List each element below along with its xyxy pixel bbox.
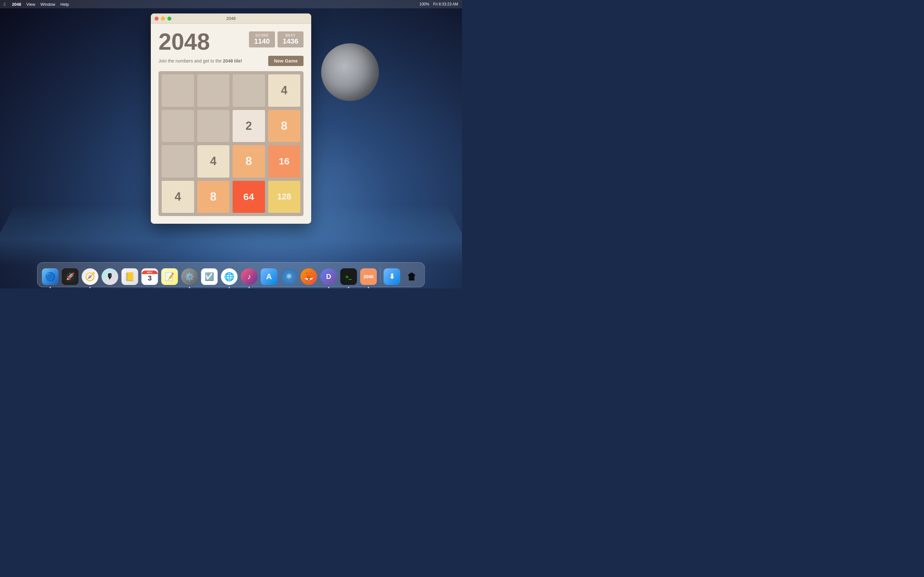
best-value: 1436 (283, 37, 298, 45)
best-label: BEST (283, 33, 298, 37)
subtitle-bold: 2048 tile! (223, 58, 242, 63)
prefs-icon: ⚙️ (181, 268, 198, 285)
dock-item-siri[interactable]: 🎙 (101, 268, 119, 285)
atom-icon: ⚛ (281, 268, 297, 285)
tile-r3-c2: 64 (233, 181, 265, 213)
tile-r0-c2 (233, 74, 265, 107)
dock-dot-terminal (348, 287, 349, 288)
dock-item-2048[interactable]: 2048 (360, 268, 378, 285)
dock-item-itunes[interactable]: ♪ (240, 268, 258, 285)
tile-r0-c3: 4 (268, 74, 300, 107)
tile-r2-c1: 4 (197, 145, 230, 177)
maximize-button[interactable] (168, 17, 171, 21)
dock-dot-2048 (368, 287, 369, 288)
safari-icon: 🧭 (82, 268, 99, 285)
menubar-app-name[interactable]: 2048 (12, 2, 21, 7)
tile-r1-c0 (162, 110, 194, 142)
firefox-icon: 🦊 (300, 268, 317, 285)
subtitle-text: Join the numbers and get to the 2048 til… (158, 58, 242, 63)
dock-dot-chrome (229, 287, 230, 288)
score-box: SCORE 1140 (249, 31, 275, 47)
dock-item-safari[interactable]: 🧭 (81, 268, 99, 285)
app-window: 2048 2048 SCORE 1140 BEST 1436 Join the … (151, 13, 311, 224)
downloads-icon: ⬇ (384, 268, 401, 285)
menubar:  2048 View Window Help 100% Fri 8:33:23… (0, 0, 462, 8)
contacts-icon: 📒 (121, 268, 138, 285)
dock-item-atom[interactable]: ⚛ (280, 268, 298, 285)
dock-item-notes[interactable]: 📝 (161, 268, 179, 285)
minimize-button[interactable] (161, 17, 165, 21)
dock-item-prefs[interactable]: ⚙️ (181, 268, 199, 285)
tile-r3-c1: 8 (197, 181, 230, 213)
traffic-lights (155, 17, 171, 21)
appstore-icon: A (261, 268, 278, 285)
menubar-view[interactable]: View (26, 2, 35, 7)
tile-r0-c1 (197, 74, 230, 107)
score-value: 1140 (254, 37, 270, 45)
dock-item-calendar[interactable]: NOV 3 (141, 268, 159, 285)
menubar-right: 100% Fri 8:33:23 AM (419, 2, 458, 6)
dock-divider (380, 267, 381, 283)
dock-item-appstore[interactable]: A (260, 268, 278, 285)
tile-r1-c3: 8 (268, 110, 300, 142)
dock-item-firefox[interactable]: 🦊 (300, 268, 318, 285)
droplr-icon: D (320, 268, 337, 285)
reminders-icon: ☑️ (201, 268, 218, 285)
dock-item-terminal[interactable]: >_ (340, 268, 358, 285)
game-content: 2048 SCORE 1140 BEST 1436 Join the numbe… (151, 24, 311, 224)
finder-icon: 🔵 (42, 268, 59, 285)
dock-item-downloads[interactable]: ⬇ (383, 268, 401, 285)
close-button[interactable] (155, 17, 158, 21)
menubar-left:  2048 View Window Help (4, 2, 69, 7)
subtitle-plain: Join the numbers and get to the (158, 58, 223, 63)
menubar-help[interactable]: Help (60, 2, 69, 7)
game-grid: 42848164864128 (162, 74, 300, 213)
new-game-button[interactable]: New Game (268, 56, 304, 66)
terminal-icon: >_ (341, 268, 357, 285)
2048-icon: 2048 (360, 268, 377, 285)
dock-item-finder[interactable]: 🔵 (41, 268, 59, 285)
dock-item-contacts[interactable]: 📒 (121, 268, 139, 285)
dock-item-chrome[interactable]: 🌐 (220, 268, 238, 285)
dock-item-reminders[interactable]: ☑️ (200, 268, 218, 285)
siri-icon: 🎙 (102, 268, 118, 285)
dock-dot-safari (89, 287, 91, 288)
menubar-window[interactable]: Window (40, 2, 55, 7)
apple-logo-icon[interactable]:  (4, 2, 5, 7)
game-grid-container: 42848164864128 (158, 71, 304, 216)
chrome-icon: 🌐 (221, 268, 238, 285)
dock-dot-droplr (328, 287, 330, 288)
tile-r1-c1 (197, 110, 230, 142)
game-title: 2048 (158, 30, 210, 53)
moon-decoration (321, 43, 379, 101)
tile-r2-c0 (162, 145, 194, 177)
tile-r2-c2: 8 (233, 145, 265, 177)
dock-item-launchpad[interactable]: 🚀 (61, 268, 79, 285)
calendar-icon: NOV 3 (142, 268, 158, 285)
dock-item-droplr[interactable]: D (320, 268, 338, 285)
menubar-battery: 100% (419, 2, 429, 6)
tile-r3-c3: 128 (268, 181, 300, 213)
notes-icon: 📝 (162, 268, 178, 285)
itunes-icon: ♪ (241, 268, 258, 285)
trash-icon: 🗑 (404, 268, 420, 285)
dock-dot-itunes (249, 287, 250, 288)
score-label: SCORE (254, 33, 270, 37)
best-box: BEST 1436 (278, 31, 304, 47)
launchpad-icon: 🚀 (62, 268, 79, 285)
tile-r2-c3: 16 (268, 145, 300, 177)
menubar-time: Fri 8:33:23 AM (433, 2, 458, 6)
game-header: 2048 SCORE 1140 BEST 1436 (158, 30, 304, 53)
dock-dot-prefs (189, 287, 190, 288)
window-title: 2048 (226, 16, 236, 21)
window-titlebar: 2048 (151, 13, 311, 24)
tile-r3-c0: 4 (162, 181, 194, 213)
tile-r0-c0 (162, 74, 194, 107)
tile-r1-c2: 2 (233, 110, 265, 142)
dock: 🔵 🚀 🧭 🎙 📒 NOV 3 📝 ⚙️ ☑️ 🌐 (37, 262, 425, 287)
game-subtitle-row: Join the numbers and get to the 2048 til… (158, 56, 304, 66)
score-section: SCORE 1140 BEST 1436 (249, 31, 304, 47)
dock-item-trash[interactable]: 🗑 (403, 268, 421, 285)
dock-dot-finder (50, 287, 51, 288)
